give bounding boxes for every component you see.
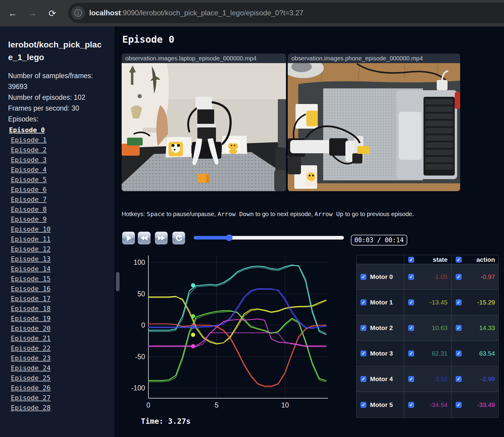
action-value-checkbox[interactable] (456, 376, 462, 382)
hugging-face-box (222, 136, 247, 154)
hotkey-text: Hotkeys: (122, 211, 147, 217)
x-tick-label: 5 (215, 401, 219, 409)
action-value: -15.29 (477, 299, 495, 306)
sidebar-episode-link[interactable]: Episode 15 (11, 274, 50, 284)
sidebar-episode-link[interactable]: Episode 8 (11, 204, 47, 214)
hotkey-text: to go to next episode, (254, 211, 314, 217)
sidebar-episode-link[interactable]: Episode 4 (11, 165, 47, 175)
motor-row-checkbox[interactable] (360, 350, 366, 356)
state-value-checkbox[interactable] (408, 274, 414, 280)
sidebar-episode-link[interactable]: Episode 14 (11, 264, 50, 274)
x-tick-label: 10 (281, 401, 289, 409)
sidebar-episode-link[interactable]: Episode 1 (11, 135, 47, 145)
sidebar-episode-link[interactable]: Episode 20 (11, 323, 50, 333)
action-column-checkbox[interactable] (456, 257, 462, 263)
sidebar: lerobot/koch_pick_place_1_lego Number of… (0, 26, 114, 437)
action-value-checkbox[interactable] (456, 350, 462, 356)
action-column-label: action (476, 256, 495, 263)
motor-timeseries-chart: 100500-50-1000510Time: 3.27s (114, 222, 334, 437)
sidebar-episode-link[interactable]: Episode 22 (11, 343, 50, 353)
browser-back-icon[interactable]: ← (7, 7, 19, 19)
sidebar-episode-link[interactable]: Episode 11 (11, 234, 50, 244)
sidebar-episode-link[interactable]: Episode 10 (11, 224, 50, 234)
laptop (396, 90, 457, 179)
video-frame-laptop-camera (122, 63, 286, 191)
motor-label: Motor 4 (370, 375, 393, 383)
sidebar-episode-link[interactable]: Episode 26 (11, 383, 50, 393)
y-tick-label: -50 (135, 353, 145, 361)
series-motor-4-action (148, 289, 326, 329)
lerobot-visualizer-page: ← → ⟳ ⓘ localhost:9090/lerobot/koch_pick… (0, 0, 504, 437)
motor-label: Motor 2 (370, 324, 393, 332)
sidebar-episode-link[interactable]: Episode 9 (11, 214, 47, 224)
motor-row-checkbox[interactable] (360, 274, 366, 280)
sidebar-episode-link[interactable]: Episode 16 (11, 284, 50, 294)
current-time-marker (191, 333, 195, 337)
sidebar-episode-link[interactable]: Episode 24 (11, 363, 50, 373)
state-column-label: state (433, 256, 448, 263)
header-empty-cell (357, 255, 404, 264)
sidebar-episode-link[interactable]: Episode 13 (11, 254, 50, 264)
action-value-checkbox[interactable] (456, 274, 462, 280)
action-value: 14.33 (479, 324, 495, 332)
action-value-checkbox[interactable] (456, 325, 462, 331)
sidebar-episode-link[interactable]: Episode 28 (11, 403, 50, 413)
y-tick-label: 50 (137, 290, 145, 298)
motor-row-checkbox[interactable] (360, 299, 366, 305)
state-value-checkbox[interactable] (408, 376, 414, 382)
table-row: Motor 1-13.45-15.29 (357, 290, 498, 315)
sidebar-episode-link[interactable]: Episode 0 (9, 125, 45, 135)
site-info-icon[interactable]: ⓘ (71, 6, 85, 20)
state-value-checkbox[interactable] (408, 325, 414, 331)
series-motor-0-action (148, 324, 326, 386)
sidebar-episode-link[interactable]: Episode 7 (11, 194, 47, 204)
video-caption-laptop: observation.images.laptop_episode_000000… (122, 53, 286, 63)
current-time-marker (191, 314, 195, 318)
state-value: 62.31 (432, 350, 448, 357)
page-title: Episode 0 (122, 34, 174, 45)
sidebar-episode-link[interactable]: Episode 17 (11, 294, 50, 304)
sidebar-episode-link[interactable]: Episode 6 (11, 185, 47, 194)
browser-address-bar[interactable]: ⓘ localhost:9090/lerobot/koch_pick_place… (68, 3, 504, 23)
sidebar-episode-link[interactable]: Episode 27 (11, 393, 50, 403)
video-caption-phone: observation.images.phone_episode_000000.… (288, 53, 460, 63)
browser-forward-icon[interactable]: → (26, 7, 38, 19)
dataset-title: lerobot/koch_pick_place_1_lego (8, 38, 104, 64)
action-value-checkbox[interactable] (456, 299, 462, 305)
action-value-checkbox[interactable] (456, 402, 462, 408)
sidebar-episode-link[interactable]: Episode 21 (11, 333, 50, 343)
browser-reload-icon[interactable]: ⟳ (46, 7, 58, 19)
video-panel-phone: observation.images.phone_episode_000000.… (288, 53, 460, 191)
state-value-checkbox[interactable] (408, 402, 414, 408)
motor-table: state action Motor 0-1.05-0.97Motor 1-13… (356, 255, 499, 418)
state-value-checkbox[interactable] (408, 350, 414, 356)
header-action-cell: action (452, 255, 499, 264)
sidebar-episode-link[interactable]: Episode 18 (11, 304, 50, 313)
series-motor-4-state (148, 289, 326, 328)
y-tick-label: -100 (131, 384, 145, 392)
stat-line: Number of samples/frames: 39693 (8, 70, 99, 92)
sidebar-episode-link[interactable]: Episode 12 (11, 244, 50, 254)
sidebar-episode-link[interactable]: Episode 3 (11, 155, 47, 165)
sidebar-episode-link[interactable]: Episode 2 (11, 145, 47, 155)
sidebar-episode-link[interactable]: Episode 19 (11, 313, 50, 323)
state-value: -13.45 (430, 299, 448, 306)
box-top-left (296, 104, 318, 129)
state-column-checkbox[interactable] (408, 257, 414, 263)
state-value-checkbox[interactable] (408, 299, 414, 305)
sidebar-episode-link[interactable]: Episode 23 (11, 353, 50, 363)
table-row: Motor 210.6314.33 (357, 315, 498, 341)
motor-row-checkbox[interactable] (360, 376, 366, 382)
motor-row-checkbox[interactable] (360, 325, 366, 331)
sidebar-episode-link[interactable]: Episode 5 (11, 175, 47, 185)
motor-label: Motor 0 (370, 273, 393, 280)
url-text[interactable]: localhost:9090/lerobot/koch_pick_place_1… (89, 9, 303, 17)
hotkeys-help-text: Hotkeys: Space to pause/unpause, Arrow D… (122, 210, 414, 218)
sidebar-episode-link[interactable]: Episode 25 (11, 373, 50, 383)
motor-label: Motor 5 (370, 401, 393, 408)
motor-label: Motor 3 (370, 350, 393, 357)
stat-line: Frames per second: 30 (8, 103, 99, 114)
table-row: Motor 5-34.54-33.49 (357, 392, 498, 417)
hotkey-key: Space (147, 210, 165, 218)
motor-row-checkbox[interactable] (360, 402, 366, 408)
